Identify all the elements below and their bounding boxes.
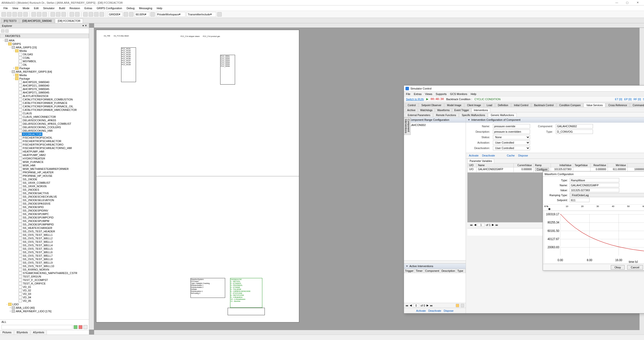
nav-first[interactable]: ⏮ bbox=[406, 304, 408, 307]
nav-last[interactable]: ⏭ bbox=[496, 223, 498, 226]
tree-node[interactable]: SS_OVS_TEST_WELL3 bbox=[0, 240, 89, 244]
sim-menu-item[interactable]: Supports bbox=[436, 92, 446, 95]
tree-node[interactable]: DELAYEDCOKING_4PASS_COMBUST bbox=[0, 122, 89, 125]
tb-icon[interactable] bbox=[32, 12, 36, 17]
tree-node[interactable]: SS_2NODESPID bbox=[0, 205, 89, 209]
tree-node[interactable]: FISCHERTROPSCHREACTORO bbox=[0, 143, 89, 146]
tree-node[interactable]: PROPANE_HP_HEATER bbox=[0, 171, 89, 174]
tree-node[interactable]: SS_2NODESPUMPCPID bbox=[0, 216, 89, 219]
tb-icon[interactable] bbox=[94, 12, 98, 17]
switch-to-run[interactable]: Switch to RUN bbox=[406, 98, 424, 101]
tb-icon[interactable] bbox=[83, 12, 88, 17]
tab[interactable]: Waveforms bbox=[435, 108, 452, 112]
wave-setpoint[interactable] bbox=[570, 198, 590, 202]
tree-node[interactable]: ALKYLATIONH2SO4 bbox=[0, 94, 89, 98]
tree-node[interactable]: HEATPUMP_HMI2 bbox=[0, 153, 89, 157]
filter-input[interactable] bbox=[2, 325, 72, 329]
zoom-combo[interactable]: 60.00% ▾ bbox=[134, 12, 149, 17]
wave-value[interactable] bbox=[570, 188, 619, 192]
wave-ok-button[interactable]: Okay bbox=[611, 265, 625, 270]
tb-icon[interactable] bbox=[2, 12, 6, 17]
stop-button[interactable] bbox=[78, 325, 82, 329]
tb-icon[interactable] bbox=[7, 12, 12, 17]
go-button[interactable] bbox=[74, 325, 78, 329]
canvas-area[interactable]: mc_F80 mc_F13 strip steam PCC_F14 stripp… bbox=[89, 23, 644, 334]
tb-icon[interactable] bbox=[62, 12, 66, 17]
nav-first[interactable]: ⏮ bbox=[470, 223, 472, 226]
tree-node[interactable]: COAL bbox=[0, 56, 89, 60]
tree-node[interactable]: SS_OVS_TEST_WELL10 bbox=[0, 264, 89, 268]
tree-node[interactable]: SS_OVS_TEST_WELL6 bbox=[0, 250, 89, 254]
tree-node[interactable]: AHC8PD70_SIM0045 bbox=[0, 87, 89, 91]
tree-node[interactable]: STEAMCRACKING_NAPHTHARED1_CSTR bbox=[0, 271, 89, 275]
nav-next[interactable]: ▶ bbox=[492, 223, 494, 226]
tb-icon[interactable] bbox=[124, 12, 128, 17]
ai-tool-icon[interactable] bbox=[456, 304, 459, 307]
tb-icon[interactable] bbox=[129, 12, 134, 17]
diagram-page[interactable]: mc_F80 mc_F13 strip steam PCC_F14 stripp… bbox=[96, 30, 299, 322]
doctab[interactable]: [F5] TEST3 bbox=[1, 19, 19, 23]
menu-extras[interactable]: Extras bbox=[82, 6, 94, 10]
tab[interactable]: Interventions bbox=[472, 108, 490, 112]
tb-icon[interactable] bbox=[75, 12, 80, 17]
tree-node[interactable]: FISCHERTROPSCHREACTORNO_HMI bbox=[0, 146, 89, 150]
tb-icon[interactable] bbox=[23, 12, 28, 17]
tree-node[interactable]: MSR_HMI bbox=[0, 164, 89, 167]
tree-node[interactable]: MSR_FURNACE bbox=[0, 160, 89, 164]
tree-node[interactable]: TEST_K_ORIFICE bbox=[0, 282, 89, 285]
tree-node[interactable]: -GRIPS bbox=[0, 42, 89, 46]
tree-node[interactable]: SS_OVS_TEST_WELL9 bbox=[0, 261, 89, 264]
ai-tool-icon[interactable] bbox=[461, 304, 464, 307]
sim-menu-item[interactable]: Extras bbox=[414, 92, 422, 95]
icc-status[interactable]: None bbox=[493, 135, 530, 139]
tree-node[interactable]: TEST_ERGUN bbox=[0, 275, 89, 278]
doctab[interactable]: [DB] AHC8PD20_SIM0040 bbox=[20, 19, 54, 23]
menu-edit[interactable]: Edit bbox=[32, 6, 40, 10]
tree-node[interactable]: FCCREACTOR bbox=[0, 132, 89, 136]
tree-node[interactable]: SS_OVS_TEST_WELL7 bbox=[0, 254, 89, 257]
tab[interactable]: Cross Reference bbox=[606, 103, 630, 107]
wave-cancel-button[interactable]: Cancel bbox=[627, 265, 643, 270]
icc-deactivation[interactable]: User Controlled bbox=[493, 146, 530, 150]
tb-icon[interactable] bbox=[50, 12, 55, 17]
tab[interactable]: Command Charts bbox=[630, 103, 644, 107]
runbar-seg[interactable]: RF [0] bbox=[634, 98, 641, 101]
wave-slider[interactable]: 0 % 100 % 102030405060708090 bbox=[543, 205, 644, 211]
transmit-combo[interactable]: TransmitterInclude ▾ bbox=[186, 12, 216, 17]
tree-node[interactable]: VD_03 bbox=[0, 292, 89, 296]
tab[interactable]: Watchdogs bbox=[418, 108, 435, 112]
menu-grips-configuration[interactable]: GRIPS Configuration bbox=[94, 6, 124, 10]
action-deactivate[interactable]: Deactivate bbox=[482, 154, 495, 157]
tree-node[interactable]: SS_2NODESPASSIVE bbox=[0, 202, 89, 205]
sim-menu-item[interactable]: Views bbox=[425, 92, 432, 95]
tab[interactable]: Control bbox=[405, 103, 418, 107]
ai-deactivate[interactable]: Deactivate bbox=[428, 309, 441, 312]
ai-activate[interactable]: Activate bbox=[416, 309, 426, 312]
favorites-header[interactable]: FAVORITES bbox=[0, 34, 89, 38]
ai-dispose[interactable]: Dispose bbox=[444, 309, 454, 312]
ai-header[interactable]: Active Interventions bbox=[404, 264, 466, 269]
tree-node[interactable]: SS_2NODESPUMPM bbox=[0, 219, 89, 223]
sim-menu-item[interactable]: Help bbox=[470, 92, 476, 95]
tb-icon[interactable] bbox=[5, 29, 9, 33]
tree-node[interactable]: AHC8PD71_SIM0045 bbox=[0, 91, 89, 94]
pv-page[interactable] bbox=[478, 223, 484, 227]
tree-node[interactable]: VD_04 bbox=[0, 296, 89, 299]
tree-node[interactable]: HYDROTREATER bbox=[0, 157, 89, 160]
icc-type[interactable] bbox=[556, 129, 593, 134]
close-button[interactable]: ✕ bbox=[632, 1, 642, 4]
tree-node[interactable]: VD_02 bbox=[0, 289, 89, 292]
tree-node[interactable]: CATALYTICREFORMER_FURNACE_OIL bbox=[0, 105, 89, 108]
menu-messaging[interactable]: Messaging bbox=[137, 6, 154, 10]
tree-node[interactable]: OIL bbox=[0, 63, 89, 66]
tree-node[interactable]: CATALYTICREFORMER_COMBUSTION bbox=[0, 98, 89, 101]
tree-node[interactable]: SS_OVS_TEST_WELL2 bbox=[0, 237, 89, 240]
tree-node[interactable]: SS_2NODESACTIVE bbox=[0, 192, 89, 195]
comp-interventions-sidetab[interactable]: Component Interventions bbox=[404, 117, 411, 135]
action-activate[interactable]: Activate bbox=[469, 154, 478, 157]
tab[interactable]: Specific Malfunctions bbox=[459, 113, 488, 117]
foot-tab[interactable]: ASymbols bbox=[30, 330, 47, 334]
tree-node[interactable]: +ARA_REFINERY_LIDO [176] bbox=[0, 309, 89, 313]
tree-node[interactable]: MSYMBOL bbox=[0, 60, 89, 63]
tree-node[interactable]: SS_OVS_TEST_WELL8 bbox=[0, 257, 89, 261]
